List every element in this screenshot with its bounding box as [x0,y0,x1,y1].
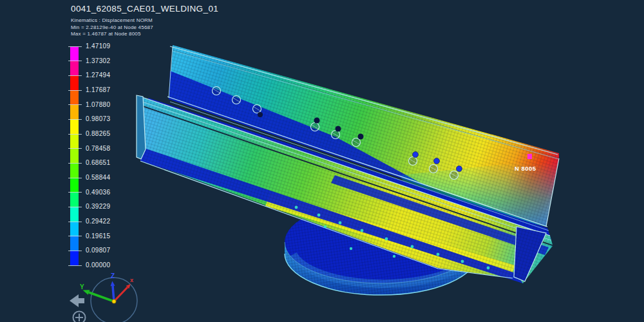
view-compass[interactable]: Z x Y [70,272,137,322]
axis-y-label: Y [80,283,84,290]
axis-x-label: x [130,277,133,283]
min-value-line: Min = 2.28129e-40 at Node 45687 [71,24,218,32]
analysis-header: 0041_62085_CAE01_WELDING_01 Kinematics :… [71,4,218,38]
model-3d-viewport[interactable]: N 8005 Z x Y [0,0,644,322]
max-node-label: N 8005 [515,165,536,172]
axis-y-arrowhead [83,290,90,295]
cae-viewport-window: N 8005 Z x Y 00 [0,0,644,322]
compass-pan-left-arrow-icon[interactable] [70,294,84,307]
axis-x-arrow[interactable] [114,287,128,301]
analysis-title: 0041_62085_CAE01_WELDING_01 [71,4,218,14]
axis-z-arrowhead [111,281,115,287]
max-value-line: Max = 1.46787 at Node 8005 [71,31,218,38]
axis-z-arrow[interactable] [113,286,114,301]
compass-origin-dot[interactable] [112,299,116,303]
axis-z-label: Z [111,272,115,279]
max-node-marker [527,154,532,159]
axis-y-arrow[interactable] [89,292,114,301]
zoom-plus-button[interactable] [73,312,86,322]
result-type-line: Kinematics : Displacement NORM [71,17,218,24]
